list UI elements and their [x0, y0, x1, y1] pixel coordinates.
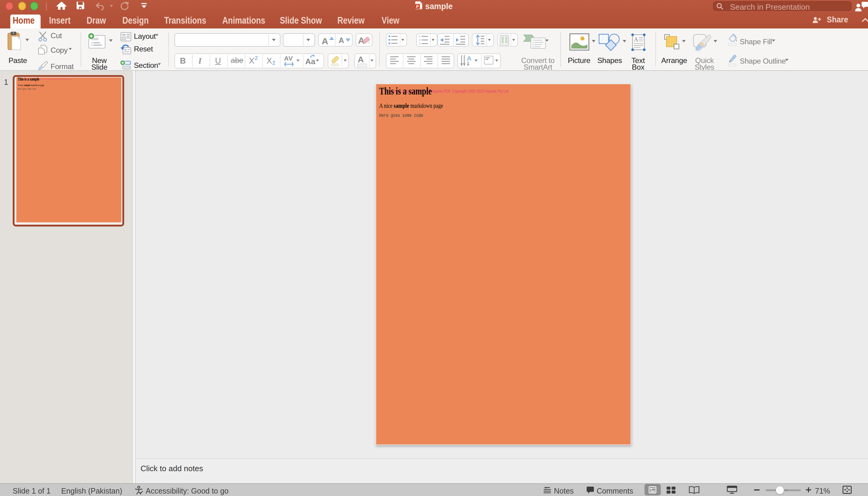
svg-text:3: 3	[419, 42, 420, 45]
svg-text:A: A	[634, 36, 638, 42]
svg-text:A: A	[467, 55, 471, 61]
svg-text:1: 1	[419, 35, 420, 38]
svg-text:2: 2	[419, 38, 420, 42]
svg-text:P: P	[416, 4, 419, 9]
